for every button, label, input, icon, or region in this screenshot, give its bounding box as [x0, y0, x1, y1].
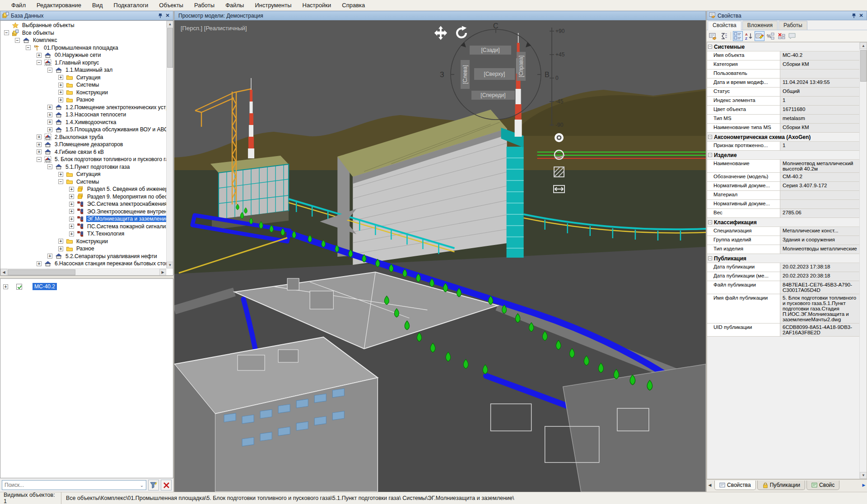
bottom-tab-0[interactable]: Свойства: [714, 481, 756, 490]
collapse-icon[interactable]: −: [708, 256, 712, 260]
expand-icon[interactable]: +: [58, 75, 63, 80]
tab-scroll-left-icon[interactable]: ◀: [707, 481, 713, 487]
tree-item-label[interactable]: 4.Гибкие связи 6 кВ: [54, 149, 105, 155]
property-row[interactable]: Индекс элемента1: [707, 97, 859, 106]
collapse-icon[interactable]: −: [15, 38, 20, 43]
property-value[interactable]: 1: [780, 97, 859, 105]
property-value[interactable]: 16711680: [780, 106, 859, 114]
tree-item-label[interactable]: Разное: [75, 97, 95, 103]
collapse-icon[interactable]: −: [708, 220, 712, 224]
tree-item[interactable]: −5.1.Пункт подготовки газа: [0, 163, 166, 171]
property-row[interactable]: Цвет объекта16711680: [707, 106, 859, 115]
tree-item-label[interactable]: 1.4.Химводоочистка: [65, 119, 117, 125]
tree-item[interactable]: +ТХ.Технология: [0, 230, 166, 238]
tree-item-label[interactable]: ЭГ.Молниезащита и заземление: [86, 216, 166, 222]
tree-item-label[interactable]: 1.1.Машинный зал: [65, 67, 113, 73]
expand-icon[interactable]: +: [47, 120, 52, 125]
section-plane-icon[interactable]: [552, 165, 566, 179]
property-value[interactable]: МС-40.2: [780, 51, 859, 60]
menu-item-2[interactable]: Вид: [87, 0, 108, 10]
pin-icon[interactable]: [157, 12, 164, 19]
property-value[interactable]: Молниеотвод металлический высотой 40.2м: [780, 160, 859, 172]
sort-az-icon[interactable]: AZ: [744, 31, 754, 41]
tree-item-label[interactable]: 2.Выхлопная труба: [54, 134, 104, 140]
menu-item-9[interactable]: Справка: [337, 0, 370, 10]
tree-item[interactable]: Выбранные объекты: [0, 22, 166, 29]
percent-icon[interactable]: %: [765, 31, 775, 41]
property-value[interactable]: 2785.06: [780, 209, 859, 217]
tree-item-label[interactable]: Конструкции: [75, 238, 109, 245]
tree-item[interactable]: +1.2.Помещение электротехнических устрой…: [0, 104, 166, 111]
property-value[interactable]: [780, 69, 859, 78]
tree-item[interactable]: +Конструкции: [0, 89, 166, 97]
collapse-icon[interactable]: −: [708, 45, 712, 49]
close-icon[interactable]: ✕: [164, 12, 171, 19]
tree-item[interactable]: −1.1.Машинный зал: [0, 66, 166, 74]
tab-2[interactable]: Работы: [778, 21, 807, 30]
edit-values-icon[interactable]: [755, 31, 764, 41]
tree-item[interactable]: −Все объекты: [0, 29, 166, 37]
property-row[interactable]: Файл публикации84B7EAE1-CE76-45B3-A790-C…: [707, 281, 859, 294]
view-front-button[interactable]: [Спереди]: [471, 91, 515, 100]
tree-item[interactable]: +1.5.Площадка обслуживания ВОУ и АВОМ: [0, 126, 166, 134]
tree-item-label[interactable]: Ситуация: [75, 74, 102, 81]
property-row[interactable]: Нормативный докуме...Серия 3.407.9-172: [707, 182, 859, 191]
tree-item-label[interactable]: Разное: [75, 245, 95, 252]
chevron-down-icon[interactable]: ⌄: [138, 483, 146, 488]
tree-item-label[interactable]: 01.Промышленная площадка: [43, 45, 119, 51]
selected-object-label[interactable]: МС-40.2: [33, 283, 57, 290]
expand-icon[interactable]: +: [37, 149, 42, 154]
collapse-icon[interactable]: −: [708, 135, 712, 139]
property-value[interactable]: Серия 3.407.9-172: [780, 182, 859, 190]
tree-item-label[interactable]: 1.3.Насосная теплосети: [65, 111, 127, 118]
tree-item-label[interactable]: Комплекс: [32, 37, 58, 43]
search-combo[interactable]: ⌄: [2, 480, 146, 490]
tree-item[interactable]: +Разное: [0, 245, 166, 253]
property-row[interactable]: Дата и время модиф...11.04.2024 13:49:55: [707, 79, 859, 88]
menu-item-5[interactable]: Работы: [189, 0, 219, 10]
expand-icon[interactable]: +: [58, 90, 63, 95]
tree-item[interactable]: +2.Выхлопная труба: [0, 134, 166, 141]
expand-icon[interactable]: +: [58, 83, 63, 88]
property-row[interactable]: Наименование типа MSСборки КМ: [707, 124, 859, 133]
property-row[interactable]: КатегорияСборки КМ: [707, 60, 859, 69]
tree-item[interactable]: −Комплекс: [0, 37, 166, 44]
menu-item-4[interactable]: Объекты: [154, 0, 188, 10]
selection-list-item[interactable]: + МС-40.2: [0, 282, 173, 291]
view-left-button[interactable]: [Слева]: [461, 60, 470, 89]
property-value[interactable]: 5. Блок подготовки топливного и пусковог…: [780, 294, 859, 323]
expand-icon[interactable]: +: [69, 194, 74, 199]
collapse-icon[interactable]: −: [37, 157, 42, 162]
tree-item-label[interactable]: ЭС.Система электроснабжения: [86, 201, 166, 207]
property-row[interactable]: Материал: [707, 191, 859, 200]
tree-item-label[interactable]: 6.Насосная станция перекачки бытовых сто…: [54, 260, 166, 267]
menu-item-1[interactable]: Редактирование: [32, 0, 86, 10]
menu-item-3[interactable]: Подкаталоги: [109, 0, 154, 10]
tree-item-label[interactable]: Системы: [75, 179, 100, 185]
expand-icon[interactable]: +: [69, 231, 74, 236]
tree-item-label[interactable]: ТХ.Технология: [86, 231, 125, 237]
tree-item-label[interactable]: Все объекты: [21, 30, 55, 36]
zoom-target-icon[interactable]: [552, 130, 566, 145]
tree-item[interactable]: +Разное: [0, 96, 166, 104]
collapse-icon[interactable]: −: [58, 179, 63, 184]
view-top-button[interactable]: [Сверху]: [474, 68, 515, 80]
comment-icon[interactable]: [787, 31, 797, 41]
expand-icon[interactable]: +: [47, 112, 52, 117]
tab-0[interactable]: Свойства: [708, 21, 741, 30]
property-row[interactable]: Дата публикации (ме...20.02.2023 20:38:1…: [707, 272, 859, 281]
tree-item[interactable]: +ПС.Система пожарной сигнализации: [0, 223, 166, 231]
view-back-button[interactable]: [Сзади]: [470, 46, 511, 55]
expand-icon[interactable]: +: [37, 134, 42, 139]
search-input[interactable]: [2, 482, 138, 488]
tree-item-label[interactable]: Ситуация: [75, 171, 102, 177]
tree-item-label[interactable]: 5.2.Сепараторы улавливания нефти: [65, 253, 158, 259]
property-row[interactable]: UID публикации6CDB8099-8A51-4A18-9DB3-2A…: [707, 324, 859, 337]
tree-item-label[interactable]: Раздел 9. Мероприятия по обеспечению: [86, 194, 166, 200]
property-group-header[interactable]: −Аксонометрическая схема (AxoGen): [707, 133, 859, 142]
filter-button[interactable]: [148, 480, 159, 490]
tree-item-label[interactable]: 5.1.Пункт подготовки газа: [65, 164, 131, 170]
expand-icon[interactable]: +: [69, 224, 74, 229]
property-row[interactable]: НаименованиеМолниеотвод металлический вы…: [707, 160, 859, 173]
property-value[interactable]: Металлические конст...: [780, 227, 859, 236]
